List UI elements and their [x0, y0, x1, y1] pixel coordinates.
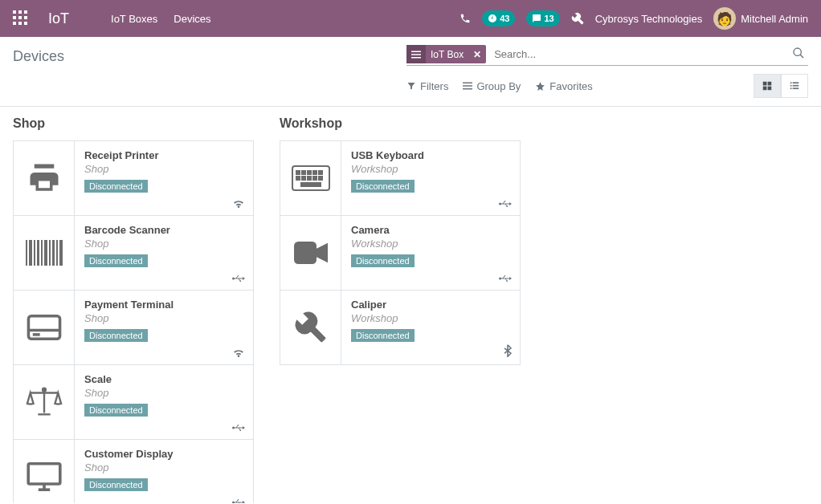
svg-rect-0 [13, 10, 16, 14]
kanban-view-button[interactable] [754, 74, 781, 98]
display-icon [14, 440, 75, 503]
status-badge: Disconnected [84, 404, 148, 417]
device-iotbox: Shop [84, 461, 243, 474]
nav-link-devices[interactable]: Devices [172, 10, 212, 28]
facet-label: IoT Box [426, 49, 468, 60]
user-menu[interactable]: 🧑 Mitchell Admin [713, 7, 808, 30]
svg-rect-24 [793, 85, 799, 87]
navbar: IoT IoT Boxes Devices 43 13 Cybrosys Tec… [0, 0, 821, 37]
svg-rect-1 [18, 10, 22, 14]
list-view-button[interactable] [781, 74, 808, 98]
control-panel: Devices IoT Box ✕ Filters Group By [0, 37, 821, 107]
wrench-icon [280, 291, 341, 364]
svg-rect-68 [313, 177, 317, 180]
device-card[interactable]: Customer DisplayShopDisconnected [13, 439, 254, 503]
search-icon[interactable] [789, 47, 808, 62]
svg-rect-64 [319, 171, 322, 174]
status-badge: Disconnected [84, 478, 148, 491]
keyboard-icon [280, 141, 341, 215]
device-card[interactable]: CaliperWorkshopDisconnected [280, 290, 521, 365]
svg-rect-2 [24, 10, 27, 14]
debug-wrench-icon[interactable] [571, 12, 584, 25]
device-iotbox: Shop [84, 238, 243, 250]
group-header[interactable]: Workshop [280, 116, 521, 131]
svg-rect-67 [308, 177, 311, 180]
svg-rect-10 [411, 54, 421, 55]
svg-rect-62 [308, 171, 311, 174]
activity-count: 43 [500, 14, 509, 23]
groupby-indicator-icon [406, 45, 426, 63]
device-card[interactable]: Receipt PrinterShopDisconnected [13, 140, 254, 216]
device-name: Receipt Printer [84, 149, 243, 161]
company-selector[interactable]: Cybrosys Technologies [595, 13, 702, 25]
kanban-group: ShopReceipt PrinterShopDisconnectedBarco… [13, 116, 254, 503]
facet-remove[interactable]: ✕ [468, 49, 486, 60]
device-card[interactable]: USB KeyboardWorkshopDisconnected [280, 140, 521, 216]
user-name: Mitchell Admin [741, 13, 808, 25]
svg-rect-26 [793, 87, 799, 89]
svg-rect-32 [44, 240, 47, 266]
svg-rect-40 [240, 281, 242, 282]
svg-point-12 [794, 48, 801, 55]
svg-point-73 [504, 201, 506, 202]
kanban-view: ShopReceipt PrinterShopDisconnectedBarco… [0, 107, 821, 503]
device-iotbox: Shop [84, 163, 243, 175]
svg-rect-7 [18, 22, 22, 25]
svg-point-50 [238, 425, 239, 426]
svg-rect-25 [790, 87, 792, 89]
svg-rect-74 [507, 206, 509, 208]
svg-rect-36 [59, 240, 63, 266]
svg-rect-11 [411, 57, 421, 59]
svg-line-13 [800, 55, 803, 58]
star-icon [535, 81, 545, 91]
svg-rect-27 [26, 240, 27, 266]
svg-rect-75 [294, 242, 317, 264]
status-badge: Disconnected [351, 180, 415, 193]
wifi-icon [232, 348, 245, 360]
status-badge: Disconnected [84, 254, 148, 267]
voip-phone-icon[interactable] [460, 13, 471, 24]
svg-rect-9 [411, 51, 421, 52]
card-icon [14, 291, 75, 364]
device-card[interactable]: CameraWorkshopDisconnected [280, 215, 521, 291]
svg-rect-5 [24, 16, 27, 19]
activity-badge[interactable]: 43 [482, 10, 515, 26]
svg-rect-22 [793, 82, 799, 83]
svg-rect-29 [34, 240, 35, 266]
group-header[interactable]: Shop [13, 116, 254, 131]
device-card[interactable]: Payment TerminalShopDisconnected [13, 290, 254, 365]
usb-icon [499, 273, 512, 285]
printer-icon [14, 141, 75, 215]
svg-rect-19 [763, 87, 767, 91]
nav-right: 43 13 Cybrosys Technologies 🧑 Mitchell A… [460, 7, 808, 30]
device-card[interactable]: Barcode ScannerShopDisconnected [13, 215, 254, 291]
wifi-icon [232, 198, 245, 210]
search-input[interactable] [489, 45, 786, 63]
favorites-button[interactable]: Favorites [535, 80, 592, 92]
filter-icon [406, 81, 416, 91]
device-name: USB Keyboard [351, 149, 510, 161]
device-iotbox: Shop [84, 312, 243, 324]
clock-icon [488, 14, 497, 23]
svg-rect-16 [463, 88, 472, 90]
device-card[interactable]: ScaleShopDisconnected [13, 364, 254, 440]
kanban-group: WorkshopUSB KeyboardWorkshopDisconnected… [280, 116, 521, 365]
filters-button[interactable]: Filters [406, 80, 448, 92]
apps-menu-icon[interactable] [13, 10, 29, 26]
svg-rect-52 [28, 464, 60, 484]
discuss-badge[interactable]: 13 [526, 10, 559, 26]
device-name: Camera [351, 224, 510, 236]
nav-link-iot-boxes[interactable]: IoT Boxes [109, 10, 159, 28]
camera-icon [280, 216, 341, 290]
nav-links: IoT Boxes Devices [109, 10, 213, 28]
device-name: Caliper [351, 299, 510, 311]
svg-rect-70 [301, 183, 321, 186]
groupby-button[interactable]: Group By [463, 80, 521, 92]
app-brand[interactable]: IoT [48, 10, 69, 27]
svg-rect-66 [302, 177, 305, 180]
search-facet-groupby[interactable]: IoT Box ✕ [406, 45, 486, 63]
svg-rect-65 [296, 177, 300, 180]
svg-rect-15 [463, 85, 472, 87]
svg-rect-30 [37, 240, 39, 266]
svg-rect-60 [296, 171, 300, 174]
